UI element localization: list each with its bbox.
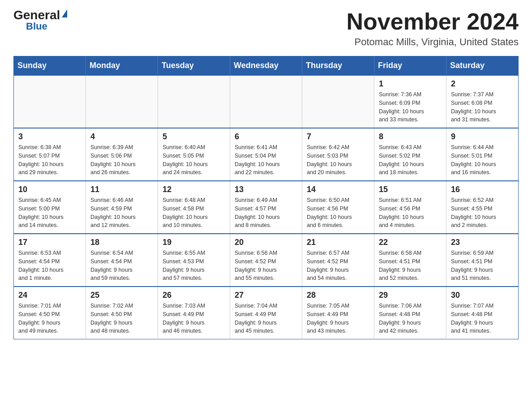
- calendar-cell: 29Sunrise: 7:06 AM Sunset: 4:48 PM Dayli…: [374, 287, 446, 339]
- month-title: November 2024: [347, 9, 519, 34]
- calendar-cell: 12Sunrise: 6:48 AM Sunset: 4:58 PM Dayli…: [158, 181, 230, 234]
- weekday-tuesday: Tuesday: [158, 56, 230, 76]
- day-info: Sunrise: 6:42 AM Sunset: 5:03 PM Dayligh…: [307, 143, 369, 177]
- calendar-cell: 6Sunrise: 6:41 AM Sunset: 5:04 PM Daylig…: [230, 128, 302, 181]
- calendar-cell: [158, 75, 230, 128]
- calendar-cell: 21Sunrise: 6:57 AM Sunset: 4:52 PM Dayli…: [302, 234, 374, 287]
- calendar-cell: 19Sunrise: 6:55 AM Sunset: 4:53 PM Dayli…: [158, 234, 230, 287]
- day-number: 28: [307, 291, 369, 300]
- day-number: 20: [235, 238, 297, 247]
- week-row-2: 3Sunrise: 6:38 AM Sunset: 5:07 PM Daylig…: [14, 128, 519, 181]
- day-number: 29: [379, 291, 442, 300]
- calendar-cell: 10Sunrise: 6:45 AM Sunset: 5:00 PM Dayli…: [14, 181, 86, 234]
- weekday-friday: Friday: [374, 56, 446, 76]
- calendar-cell: 18Sunrise: 6:54 AM Sunset: 4:54 PM Dayli…: [86, 234, 158, 287]
- day-number: 4: [90, 132, 153, 141]
- calendar-body: 1Sunrise: 7:36 AM Sunset: 6:09 PM Daylig…: [14, 75, 519, 339]
- day-number: 16: [451, 185, 514, 194]
- calendar-cell: 30Sunrise: 7:07 AM Sunset: 4:48 PM Dayli…: [446, 287, 519, 339]
- calendar-cell: 7Sunrise: 6:42 AM Sunset: 5:03 PM Daylig…: [302, 128, 374, 181]
- calendar-cell: [14, 75, 86, 128]
- day-number: 21: [307, 238, 369, 247]
- day-info: Sunrise: 7:06 AM Sunset: 4:48 PM Dayligh…: [379, 302, 442, 335]
- calendar-cell: 25Sunrise: 7:02 AM Sunset: 4:50 PM Dayli…: [86, 287, 158, 339]
- day-info: Sunrise: 6:51 AM Sunset: 4:56 PM Dayligh…: [379, 196, 442, 230]
- day-info: Sunrise: 7:05 AM Sunset: 4:49 PM Dayligh…: [307, 302, 369, 335]
- page-header: General Blue November 2024 Potomac Mills…: [13, 9, 519, 48]
- day-info: Sunrise: 6:57 AM Sunset: 4:52 PM Dayligh…: [307, 249, 369, 283]
- day-info: Sunrise: 6:59 AM Sunset: 4:51 PM Dayligh…: [451, 249, 514, 283]
- day-number: 26: [163, 291, 225, 300]
- day-info: Sunrise: 6:53 AM Sunset: 4:54 PM Dayligh…: [18, 249, 81, 283]
- day-info: Sunrise: 6:48 AM Sunset: 4:58 PM Dayligh…: [163, 196, 225, 230]
- week-row-5: 24Sunrise: 7:01 AM Sunset: 4:50 PM Dayli…: [14, 287, 519, 339]
- calendar-cell: 23Sunrise: 6:59 AM Sunset: 4:51 PM Dayli…: [446, 234, 519, 287]
- weekday-monday: Monday: [86, 56, 158, 76]
- day-number: 17: [18, 238, 81, 247]
- day-number: 22: [379, 238, 442, 247]
- calendar-cell: 1Sunrise: 7:36 AM Sunset: 6:09 PM Daylig…: [374, 75, 446, 128]
- logo: General Blue: [13, 9, 67, 31]
- calendar-cell: 4Sunrise: 6:39 AM Sunset: 5:06 PM Daylig…: [86, 128, 158, 181]
- day-info: Sunrise: 6:45 AM Sunset: 5:00 PM Dayligh…: [18, 196, 81, 230]
- day-number: 27: [235, 291, 297, 300]
- day-number: 5: [163, 132, 225, 141]
- day-number: 6: [235, 132, 297, 141]
- day-number: 24: [18, 291, 81, 300]
- day-number: 30: [451, 291, 514, 300]
- day-number: 3: [18, 132, 81, 141]
- day-info: Sunrise: 6:43 AM Sunset: 5:02 PM Dayligh…: [379, 143, 442, 177]
- day-number: 11: [90, 185, 153, 194]
- calendar-cell: [302, 75, 374, 128]
- calendar-table: SundayMondayTuesdayWednesdayThursdayFrid…: [13, 56, 519, 339]
- calendar-cell: 20Sunrise: 6:56 AM Sunset: 4:52 PM Dayli…: [230, 234, 302, 287]
- calendar-cell: 22Sunrise: 6:58 AM Sunset: 4:51 PM Dayli…: [374, 234, 446, 287]
- calendar-cell: 27Sunrise: 7:04 AM Sunset: 4:49 PM Dayli…: [230, 287, 302, 339]
- weekday-wednesday: Wednesday: [230, 56, 302, 76]
- day-number: 14: [307, 185, 369, 194]
- day-info: Sunrise: 6:58 AM Sunset: 4:51 PM Dayligh…: [379, 249, 442, 283]
- week-row-3: 10Sunrise: 6:45 AM Sunset: 5:00 PM Dayli…: [14, 181, 519, 234]
- title-area: November 2024 Potomac Mills, Virginia, U…: [347, 9, 519, 48]
- weekday-row: SundayMondayTuesdayWednesdayThursdayFrid…: [14, 56, 519, 76]
- day-number: 13: [235, 185, 297, 194]
- day-info: Sunrise: 7:03 AM Sunset: 4:49 PM Dayligh…: [163, 302, 225, 335]
- day-info: Sunrise: 6:44 AM Sunset: 5:01 PM Dayligh…: [451, 143, 514, 177]
- day-info: Sunrise: 7:04 AM Sunset: 4:49 PM Dayligh…: [235, 302, 297, 335]
- day-number: 10: [18, 185, 81, 194]
- week-row-4: 17Sunrise: 6:53 AM Sunset: 4:54 PM Dayli…: [14, 234, 519, 287]
- day-info: Sunrise: 7:01 AM Sunset: 4:50 PM Dayligh…: [18, 302, 81, 335]
- day-number: 19: [163, 238, 225, 247]
- day-info: Sunrise: 6:49 AM Sunset: 4:57 PM Dayligh…: [235, 196, 297, 230]
- location-title: Potomac Mills, Virginia, United States: [347, 36, 519, 48]
- weekday-sunday: Sunday: [14, 56, 86, 76]
- day-info: Sunrise: 6:39 AM Sunset: 5:06 PM Dayligh…: [90, 143, 153, 177]
- calendar-cell: 9Sunrise: 6:44 AM Sunset: 5:01 PM Daylig…: [446, 128, 519, 181]
- calendar-cell: 8Sunrise: 6:43 AM Sunset: 5:02 PM Daylig…: [374, 128, 446, 181]
- calendar-cell: 28Sunrise: 7:05 AM Sunset: 4:49 PM Dayli…: [302, 287, 374, 339]
- calendar-cell: 14Sunrise: 6:50 AM Sunset: 4:56 PM Dayli…: [302, 181, 374, 234]
- day-number: 7: [307, 132, 369, 141]
- logo-triangle-icon: [62, 9, 67, 17]
- calendar-cell: 11Sunrise: 6:46 AM Sunset: 4:59 PM Dayli…: [86, 181, 158, 234]
- day-number: 12: [163, 185, 225, 194]
- day-info: Sunrise: 7:07 AM Sunset: 4:48 PM Dayligh…: [451, 302, 514, 335]
- calendar-cell: 5Sunrise: 6:40 AM Sunset: 5:05 PM Daylig…: [158, 128, 230, 181]
- day-number: 23: [451, 238, 514, 247]
- week-row-1: 1Sunrise: 7:36 AM Sunset: 6:09 PM Daylig…: [14, 75, 519, 128]
- day-info: Sunrise: 7:37 AM Sunset: 6:08 PM Dayligh…: [451, 90, 514, 124]
- day-number: 8: [379, 132, 442, 141]
- calendar-cell: [230, 75, 302, 128]
- day-number: 25: [90, 291, 153, 300]
- weekday-saturday: Saturday: [446, 56, 519, 76]
- day-number: 18: [90, 238, 153, 247]
- day-number: 15: [379, 185, 442, 194]
- logo-general: General: [13, 9, 60, 21]
- day-info: Sunrise: 7:36 AM Sunset: 6:09 PM Dayligh…: [379, 90, 442, 124]
- calendar-header: SundayMondayTuesdayWednesdayThursdayFrid…: [14, 56, 519, 76]
- day-number: 2: [451, 79, 514, 89]
- calendar-cell: 2Sunrise: 7:37 AM Sunset: 6:08 PM Daylig…: [446, 75, 519, 128]
- calendar-cell: 15Sunrise: 6:51 AM Sunset: 4:56 PM Dayli…: [374, 181, 446, 234]
- day-number: 1: [379, 79, 442, 89]
- calendar-cell: 16Sunrise: 6:52 AM Sunset: 4:55 PM Dayli…: [446, 181, 519, 234]
